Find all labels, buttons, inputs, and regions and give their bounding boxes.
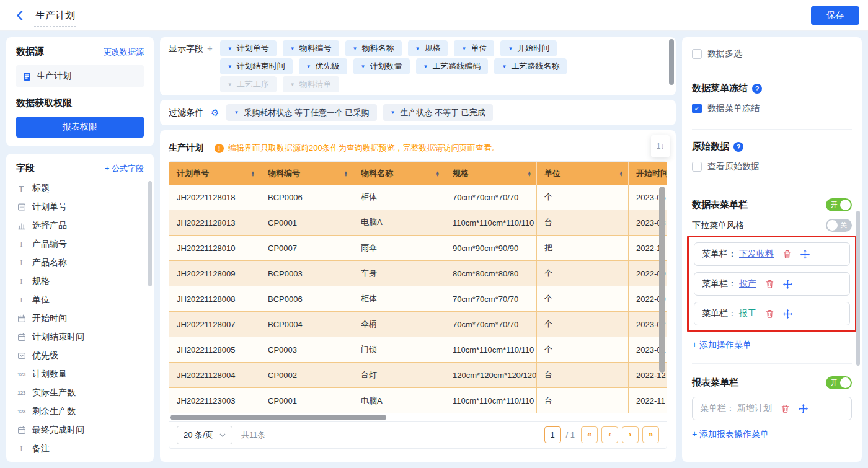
move-icon[interactable] — [783, 280, 792, 289]
page-size-select[interactable]: 20 条/页 — [177, 426, 232, 444]
column-header[interactable]: 计划单号▲▼ — [169, 162, 260, 185]
table-row[interactable]: JH20221128018BCP0006柜体70cm*70cm*70/70个20… — [169, 185, 666, 210]
move-icon[interactable] — [783, 309, 792, 319]
trash-icon[interactable] — [781, 404, 790, 413]
help-icon[interactable]: ? — [752, 84, 762, 94]
filter-condition-tag[interactable]: ▼采购耗材状态 等于任意一个 已采购 — [226, 104, 376, 121]
change-datasource-link[interactable]: 更改数据源 — [104, 46, 144, 58]
add-field-icon[interactable]: + — [207, 40, 213, 92]
display-field-tag[interactable]: ▼工艺路线编码 — [416, 58, 489, 74]
sort-carets-icon[interactable]: ▲▼ — [344, 170, 348, 177]
field-item[interactable]: 123实际生产数 — [16, 384, 144, 402]
menu-freeze-checkbox[interactable]: ✓ — [692, 104, 702, 113]
dropdown-style-toggle[interactable]: 关 — [826, 219, 852, 232]
field-item[interactable]: I产品编号 — [16, 235, 144, 254]
move-icon[interactable] — [800, 250, 810, 259]
caret-down-icon[interactable]: ▼ — [228, 64, 232, 69]
caret-down-icon[interactable]: ▼ — [234, 110, 239, 115]
save-button[interactable]: 保存 — [811, 6, 859, 25]
trash-icon[interactable] — [782, 250, 792, 259]
caret-down-icon[interactable]: ▼ — [391, 110, 396, 115]
horizontal-scrollbar[interactable] — [170, 415, 386, 420]
add-action-menu-link[interactable]: + 添加操作菜单 — [692, 340, 751, 351]
field-item[interactable]: T标题 — [16, 179, 144, 198]
column-header[interactable]: 物料编号▲▼ — [260, 162, 353, 185]
caret-down-icon[interactable]: ▼ — [502, 64, 507, 69]
caret-down-icon[interactable]: ▼ — [508, 46, 513, 51]
report-permission-button[interactable]: 报表权限 — [16, 117, 144, 138]
formula-field-link[interactable]: + 公式字段 — [105, 163, 144, 174]
field-item[interactable]: 优先级 — [16, 347, 144, 365]
field-item[interactable]: I规格 — [16, 272, 144, 291]
caret-down-icon[interactable]: ▼ — [306, 64, 311, 69]
display-field-tag[interactable]: ▼规格 — [408, 40, 448, 56]
field-item[interactable]: 123剩余生产数 — [16, 402, 144, 421]
column-header[interactable]: 规格▲▼ — [445, 162, 537, 185]
table-vertical-scrollbar[interactable] — [659, 187, 665, 373]
display-field-tag[interactable]: ▼计划结束时间 — [220, 58, 293, 74]
table-row[interactable]: JH20221128009BCP0003车身80cm*80cm*80/80个20… — [169, 261, 666, 286]
display-field-tag[interactable]: ▼物料编号 — [283, 40, 339, 56]
display-fields-scrollbar[interactable] — [669, 39, 674, 85]
table-row[interactable]: JH20221128013CP0001电脑A110cm*110cm*110/11… — [169, 210, 666, 236]
next-page-button[interactable]: › — [622, 426, 639, 443]
table-row[interactable]: JH20221123003CP0001电脑A110cm*110cm*110/11… — [169, 388, 666, 413]
table-menu-toggle[interactable]: 开 — [826, 198, 852, 211]
menu-name-link[interactable]: 下发收料 — [739, 249, 774, 260]
report-menu-toggle[interactable]: 开 — [826, 376, 852, 389]
field-item[interactable]: 123计划数量 — [16, 365, 144, 384]
first-page-button[interactable]: « — [581, 426, 598, 443]
display-field-tag[interactable]: ▼单位 — [454, 40, 494, 56]
sort-carets-icon[interactable]: ▲▼ — [436, 170, 440, 177]
table-row[interactable]: JH20221128010CP0007雨伞90cm*90cm*90/90把202… — [169, 236, 666, 261]
datasource-item[interactable]: 生产计划 — [16, 65, 144, 87]
menu-name-link[interactable]: 投产 — [739, 278, 756, 289]
display-field-tag[interactable]: ▼开始时间 — [500, 40, 557, 56]
field-item[interactable]: I产品名称 — [16, 254, 144, 272]
page-input[interactable]: 1 — [544, 426, 561, 443]
table-row[interactable]: JH20221128004CP0002台灯120cm*120cm*120/120… — [169, 363, 666, 388]
field-item[interactable]: 最终完成时间 — [16, 421, 144, 439]
table-row[interactable]: JH20221128007BCP0004伞柄70cm*70cm*70/70个20… — [169, 312, 666, 337]
trash-icon[interactable] — [765, 280, 774, 289]
sort-carets-icon[interactable]: ▲▼ — [619, 170, 623, 177]
field-item[interactable]: 选择产品 — [16, 216, 144, 235]
menu-name-link[interactable]: 新增计划 — [737, 403, 772, 414]
display-field-tag[interactable]: ▼计划数量 — [353, 58, 410, 74]
display-field-tag[interactable]: ▼物料清单 — [283, 76, 339, 92]
move-icon[interactable] — [799, 404, 808, 413]
settings-scrollbar[interactable] — [856, 211, 860, 366]
table-row[interactable]: JH20221128008BCP0006柜体70cm*70cm*70/70个20… — [169, 286, 666, 312]
field-item[interactable]: 计划单号 — [16, 198, 144, 216]
last-page-button[interactable]: » — [642, 426, 659, 443]
filter-condition-tag[interactable]: ▼生产状态 不等于 已完成 — [383, 104, 493, 121]
field-item[interactable]: I备注 — [16, 439, 144, 458]
display-field-tag[interactable]: ▼工艺工序 — [220, 76, 277, 92]
sort-carets-icon[interactable]: ▲▼ — [251, 170, 255, 177]
display-field-tag[interactable]: ▼计划单号 — [220, 40, 277, 56]
column-header[interactable]: 单位▲▼ — [537, 162, 629, 185]
sort-order-icon[interactable]: 1↓ — [651, 135, 670, 157]
caret-down-icon[interactable]: ▼ — [353, 46, 358, 51]
gear-icon[interactable]: ⚙ — [211, 108, 219, 117]
field-item[interactable]: 计划结束时间 — [16, 328, 144, 347]
raw-data-checkbox[interactable] — [692, 162, 702, 172]
multi-select-checkbox[interactable] — [692, 49, 702, 59]
caret-down-icon[interactable]: ▼ — [361, 64, 366, 69]
caret-down-icon[interactable]: ▼ — [461, 46, 466, 51]
add-report-menu-link[interactable]: + 添加报表操作菜单 — [692, 429, 769, 440]
help-icon[interactable]: ? — [733, 142, 743, 152]
display-field-tag[interactable]: ▼物料名称 — [345, 40, 402, 56]
caret-down-icon[interactable]: ▼ — [423, 64, 428, 69]
back-icon[interactable] — [16, 11, 23, 20]
caret-down-icon[interactable]: ▼ — [228, 46, 232, 51]
sort-carets-icon[interactable]: ▲▼ — [528, 170, 531, 177]
menu-name-link[interactable]: 报工 — [739, 308, 756, 319]
caret-down-icon[interactable]: ▼ — [290, 46, 295, 51]
caret-down-icon[interactable]: ▼ — [290, 82, 295, 87]
table-row[interactable]: JH20221128005CP0003门锁110cm*110cm*110/110… — [169, 337, 666, 363]
column-header[interactable]: 物料名称▲▼ — [353, 162, 445, 185]
prev-page-button[interactable]: ‹ — [601, 426, 618, 443]
caret-down-icon[interactable]: ▼ — [415, 46, 420, 51]
column-header[interactable]: 开始时间▲▼ — [629, 162, 666, 185]
